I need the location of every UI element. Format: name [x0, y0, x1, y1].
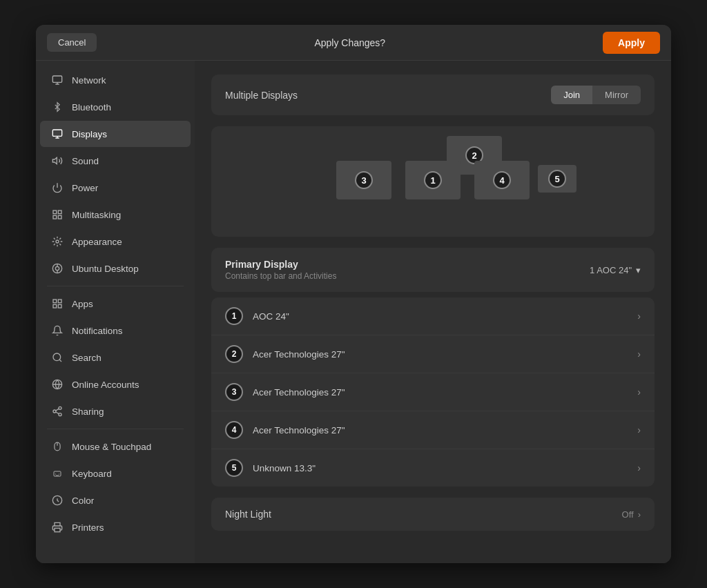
sidebar-item-power[interactable]: Power [40, 175, 191, 201]
monitor-badge-1: 1 [424, 171, 442, 189]
multitasking-icon [51, 208, 64, 221]
power-icon [51, 182, 64, 194]
display-list-item-1[interactable]: 1 AOC 24" › [211, 297, 655, 335]
monitor-badge-4: 4 [493, 171, 511, 189]
sidebar-divider-1 [47, 286, 184, 286]
night-light-status: Off [622, 509, 634, 520]
sharing-icon [51, 405, 64, 418]
display-list-item-2[interactable]: 2 Acer Technologies 27" › [211, 335, 655, 373]
online-accounts-icon [51, 378, 64, 391]
primary-display-row: Primary Display Contains top bar and Act… [225, 259, 641, 281]
displays-icon [51, 128, 64, 140]
monitor-block-1[interactable]: 1 [405, 161, 461, 199]
sidebar-label-sharing: Sharing [72, 406, 104, 417]
join-button[interactable]: Join [551, 86, 592, 104]
apps-icon [51, 297, 64, 310]
sidebar-item-displays[interactable]: Displays [40, 121, 191, 147]
mirror-button[interactable]: Mirror [592, 86, 641, 104]
titlebar-left: Cancel [47, 33, 97, 52]
display-diagram: 2 3 1 4 5 [211, 126, 655, 237]
sidebar-label-color: Color [72, 496, 94, 506]
svg-rect-3 [52, 130, 61, 136]
sidebar-label-online-accounts: Online Accounts [72, 380, 139, 390]
display-list: 1 AOC 24" › 2 Acer Technologies 27" › 3 … [211, 297, 655, 487]
primary-display-chevron: ▾ [636, 265, 641, 275]
display-mode-toggle: Join Mirror [551, 86, 641, 104]
sidebar-label-mouse-touchpad: Mouse & Touchpad [72, 442, 151, 452]
sidebar-label-appearance: Appearance [72, 237, 122, 247]
sidebar-item-apps[interactable]: Apps [40, 291, 191, 317]
svg-rect-18 [58, 300, 61, 303]
night-light-label: Night Light [225, 509, 271, 520]
display-list-name-2: Acer Technologies 27" [253, 349, 637, 360]
display-num-badge-4: 4 [225, 421, 243, 439]
svg-rect-41 [55, 528, 60, 531]
cancel-button[interactable]: Cancel [47, 33, 97, 52]
svg-line-28 [56, 409, 59, 411]
sidebar-item-printers[interactable]: Printers [40, 514, 191, 540]
sidebar-item-appearance[interactable]: Appearance [40, 228, 191, 255]
sidebar-divider-2 [47, 429, 184, 429]
svg-point-25 [53, 410, 56, 413]
sidebar-item-color[interactable]: Color [40, 487, 191, 513]
monitor-block-5[interactable]: 5 [538, 165, 577, 193]
primary-display-info: Primary Display Contains top bar and Act… [225, 259, 336, 281]
sidebar: Network Bluetooth Displays Sound [36, 61, 195, 563]
svg-marker-6 [52, 157, 57, 164]
sidebar-item-search[interactable]: Search [40, 344, 191, 371]
sidebar-label-apps: Apps [72, 299, 93, 309]
ubuntu-icon [51, 262, 64, 275]
sidebar-label-bluetooth: Bluetooth [72, 102, 111, 112]
sidebar-item-network[interactable]: Network [40, 67, 191, 93]
display-list-name-3: Acer Technologies 27" [253, 387, 637, 398]
mouse-icon [51, 440, 64, 453]
display-list-name-1: AOC 24" [253, 311, 637, 322]
monitor-badge-5: 5 [548, 170, 566, 188]
sidebar-label-ubuntu-desktop: Ubuntu Desktop [72, 264, 139, 274]
primary-display-selector[interactable]: 1 AOC 24" ▾ [590, 265, 641, 275]
sidebar-item-bluetooth[interactable]: Bluetooth [40, 94, 191, 120]
svg-point-14 [55, 266, 59, 270]
svg-line-27 [56, 412, 59, 414]
sidebar-item-online-accounts[interactable]: Online Accounts [40, 371, 191, 398]
sidebar-item-mouse-touchpad[interactable]: Mouse & Touchpad [40, 433, 191, 460]
titlebar-right: Apply [603, 32, 660, 54]
titlebar: Cancel Apply Changes? Apply [36, 25, 671, 61]
sidebar-item-ubuntu-desktop[interactable]: Ubuntu Desktop [40, 255, 191, 282]
monitor-badge-3: 3 [355, 171, 373, 189]
sidebar-label-keyboard: Keyboard [72, 469, 112, 479]
chevron-icon-5: › [637, 462, 641, 473]
appearance-icon [51, 235, 64, 248]
svg-rect-19 [53, 304, 57, 308]
sidebar-item-sound[interactable]: Sound [40, 148, 191, 174]
display-list-name-4: Acer Technologies 27" [253, 425, 637, 435]
display-num-badge-2: 2 [225, 345, 243, 363]
sidebar-item-multitasking[interactable]: Multitasking [40, 202, 191, 228]
sidebar-item-notifications[interactable]: Notifications [40, 317, 191, 344]
chevron-icon-1: › [637, 311, 641, 322]
chevron-icon-3: › [637, 386, 641, 398]
search-icon [51, 351, 64, 364]
svg-rect-9 [58, 210, 61, 214]
sidebar-label-sound: Sound [72, 156, 99, 166]
display-list-item-4[interactable]: 4 Acer Technologies 27" › [211, 411, 655, 449]
svg-rect-8 [53, 210, 57, 214]
sidebar-label-multitasking: Multitasking [72, 210, 121, 220]
apply-button[interactable]: Apply [603, 32, 660, 54]
sidebar-item-sharing[interactable]: Sharing [40, 398, 191, 424]
svg-rect-17 [53, 300, 57, 303]
monitor-block-3[interactable]: 3 [336, 161, 391, 199]
sidebar-item-keyboard[interactable]: Keyboard [40, 460, 191, 487]
display-list-item-5[interactable]: 5 Unknown 13.3" › [211, 449, 655, 487]
display-num-badge-1: 1 [225, 307, 243, 325]
svg-rect-20 [58, 304, 61, 308]
sidebar-label-power: Power [72, 183, 98, 193]
night-light-value: Off › [622, 509, 641, 520]
settings-window: Cancel Apply Changes? Apply Network Blue… [36, 25, 671, 563]
night-light-row[interactable]: Night Light Off › [211, 498, 655, 531]
display-list-item-3[interactable]: 3 Acer Technologies 27" › [211, 373, 655, 411]
sidebar-label-notifications: Notifications [72, 326, 123, 336]
chevron-icon-4: › [637, 424, 641, 435]
main-content: Multiple Displays Join Mirror 2 3 1 [195, 61, 671, 563]
monitor-block-4[interactable]: 4 [474, 161, 530, 199]
